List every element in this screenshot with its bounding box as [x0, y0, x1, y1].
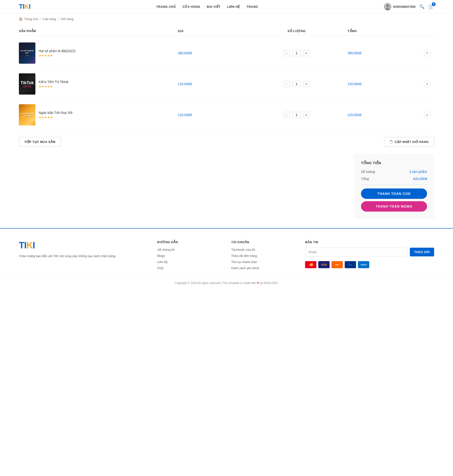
product-price: 120,000đ — [173, 82, 250, 86]
decrease-qty-3[interactable]: - — [284, 112, 290, 118]
product-name: Ngàn Mặt Trời Rực Rỡ — [39, 111, 72, 115]
newsletter-subscribe-button[interactable]: THEO DÕI — [410, 248, 434, 256]
product-stars: ★★★★★ — [39, 116, 72, 119]
pay-cod-button[interactable]: THANH TOÁN COD — [361, 189, 427, 199]
footer-top: TIKI Chào mừng bạn đến với TIKI nơi cung… — [0, 228, 453, 277]
footer-guide-col: ĐƯỜNG DẪN Về chúng tôi Blogs Liên hệ FAQ — [157, 240, 222, 270]
cart-icon-wrap[interactable]: 🛒 3 — [428, 4, 434, 9]
header-action — [420, 29, 434, 33]
product-name: Hai số phận bi đát(2022) — [39, 49, 76, 53]
footer-newsletter-col: BẢN TIN THEO DÕI MC VISA DISC — [305, 240, 434, 270]
increase-qty-3[interactable]: + — [303, 112, 309, 118]
footer-guide-item-0[interactable]: Về chúng tôi — [157, 248, 175, 252]
nav-trang-chu[interactable]: TRANG CHỦ — [156, 5, 176, 8]
product-price: 380,000đ — [173, 51, 250, 55]
footer-guide-item-3[interactable]: FAQ — [157, 266, 163, 270]
total-label: Tổng — [361, 177, 369, 181]
header-total: TỔNG — [343, 29, 420, 33]
copyright-text: Copyright © 2024 All rights reserved | T… — [175, 281, 278, 285]
product-info: Hai số phận bi đát(2022) ★★★★★ — [39, 49, 76, 57]
footer-newsletter-title: BẢN TIN — [305, 240, 434, 244]
product-cell: NGÀN MẶT TRỜI RỰC RỠ Ngàn Mặt Trời Rực R… — [19, 104, 173, 126]
remove-item-2[interactable]: × — [424, 81, 430, 87]
quantity-label: Số lượng — [361, 170, 375, 174]
main-nav: TRANG CHỦ CỬA HÀNG BÀI VIẾT LIÊN HỆ TRAN… — [156, 5, 258, 8]
avatar — [384, 3, 391, 10]
footer-account-title: TÀI KHOẢN — [231, 240, 296, 244]
nav-trang[interactable]: TRANG — [247, 5, 258, 8]
product-image: HAI SỐ PHẬN BI ĐÁT 2022 — [19, 42, 35, 64]
breadcrumb-store[interactable]: Cửa hàng — [42, 17, 56, 21]
remove-item-1[interactable]: × — [424, 50, 430, 56]
footer-logo[interactable]: TIKI — [19, 240, 148, 251]
footer: TIKI Chào mừng bạn đến với TIKI nơi cung… — [0, 228, 453, 289]
quantity-cell: - + — [250, 50, 343, 56]
product-info: Ngàn Mặt Trời Rực Rỡ ★★★★★ — [39, 111, 72, 119]
decrease-qty-1[interactable]: - — [284, 50, 290, 56]
nav-bai-viet[interactable]: BÀI VIẾT — [207, 5, 221, 8]
footer-brand-col: TIKI Chào mừng bạn đến với TIKI nơi cung… — [19, 240, 148, 270]
summary-quantity-row: Số lượng 3 sản phẩm — [361, 170, 427, 174]
table-row: TikTok KIẾM TIỀN Kiếm Tiền Từ Tiktok ★★★… — [19, 69, 434, 99]
nav-cua-hang[interactable]: CỬA HÀNG — [182, 5, 200, 8]
update-cart-button[interactable]: CẬP NHẬT GIỎ HÀNG — [384, 137, 434, 147]
breadcrumb-current: Giỏ hàng — [61, 17, 73, 21]
header-right: KHOANGUYEN 🔍 🛒 3 — [384, 3, 434, 10]
footer-bottom: Copyright © 2024 All rights reserved | T… — [0, 277, 453, 289]
search-icon: 🔍 — [419, 4, 425, 9]
increase-qty-2[interactable]: + — [303, 81, 309, 87]
order-summary-wrap: TỔNG TIỀN Số lượng 3 sản phẩm Tổng 620,0… — [19, 154, 434, 219]
footer-account-item-1[interactable]: Theo dõi đơn hàng — [231, 254, 257, 258]
user-info[interactable]: KHOANGUYEN — [384, 3, 416, 10]
product-name: Kiếm Tiền Từ Tiktok — [39, 80, 68, 84]
svg-point-1 — [386, 5, 389, 7]
qty-input-3[interactable] — [292, 112, 301, 118]
main-content: SẢN PHẨM GIÁ SỐ LƯỢNG TỔNG HAI SỐ PHẬN B… — [0, 25, 453, 228]
remove-item-3[interactable]: × — [424, 112, 430, 118]
footer-guide-title: ĐƯỜNG DẪN — [157, 240, 222, 244]
continue-shopping-button[interactable]: TIẾP TỤC MUA SẮM — [19, 137, 61, 147]
home-icon: 🏠 — [19, 17, 23, 21]
footer-account-item-2[interactable]: Thủ tục thanh toán — [231, 260, 257, 264]
footer-account-item-0[interactable]: Tài khoản của tôi — [231, 248, 255, 252]
product-stars: ★★★★★ — [39, 54, 76, 57]
increase-qty-1[interactable]: + — [303, 50, 309, 56]
breadcrumb-home[interactable]: Trang chủ — [24, 17, 38, 21]
footer-account-col: TÀI KHOẢN Tài khoản của tôi Theo dõi đơn… — [231, 240, 296, 270]
product-info: Kiếm Tiền Từ Tiktok ★★★★★ — [39, 80, 68, 88]
summary-title: TỔNG TIỀN — [361, 161, 427, 165]
logo[interactable]: TIKI — [19, 3, 30, 10]
payment-icons: MC VISA DISC Pay CIRRUS — [305, 261, 434, 268]
footer-guide-item-2[interactable]: Liên hệ — [157, 260, 168, 264]
qty-input-1[interactable] — [292, 50, 301, 56]
footer-guide-item-1[interactable]: Blogs — [157, 254, 165, 258]
breadcrumb-sep-1: > — [39, 17, 41, 21]
newsletter-email-input[interactable] — [305, 248, 408, 256]
table-row: NGÀN MẶT TRỜI RỰC RỠ Ngàn Mặt Trời Rực R… — [19, 99, 434, 130]
quantity-cell: - + — [250, 81, 343, 87]
summary-total-row: Tổng 620,000đ — [361, 177, 427, 181]
mastercard-icon: MC — [305, 261, 316, 268]
newsletter-form: THEO DÕI — [305, 248, 434, 256]
username: KHOANGUYEN — [393, 5, 416, 8]
update-cart-label: CẬP NHẬT GIỎ HÀNG — [395, 140, 429, 144]
product-stars: ★★★★★ — [39, 85, 68, 88]
header-price: GIÁ — [173, 29, 250, 33]
cart-header: SẢN PHẨM GIÁ SỐ LƯỢNG TỔNG — [19, 27, 434, 35]
pay-momo-button[interactable]: THANH TOÁN MOMO — [361, 201, 427, 212]
product-total: 120,000đ — [343, 82, 420, 86]
visa-icon: VISA — [318, 261, 330, 268]
header: TIKI TRANG CHỦ CỬA HÀNG BÀI VIẾT LIÊN HỆ… — [0, 0, 453, 14]
nav-lien-he[interactable]: LIÊN HỆ — [227, 5, 240, 8]
decrease-qty-2[interactable]: - — [284, 81, 290, 87]
quantity-cell: - + — [250, 112, 343, 118]
search-button[interactable]: 🔍 — [419, 4, 425, 9]
footer-account-list: Tài khoản của tôi Theo dõi đơn hàng Thủ … — [231, 248, 296, 270]
spinner-icon — [389, 140, 393, 144]
quantity-value: 3 sản phẩm — [409, 170, 427, 174]
product-total: 380,000đ — [343, 51, 420, 55]
order-summary: TỔNG TIỀN Số lượng 3 sản phẩm Tổng 620,0… — [354, 154, 434, 219]
qty-input-2[interactable] — [292, 81, 301, 87]
product-cell: HAI SỐ PHẬN BI ĐÁT 2022 Hai số phận bi đ… — [19, 42, 173, 64]
footer-account-item-3[interactable]: Danh sách yêu thích — [231, 266, 259, 270]
